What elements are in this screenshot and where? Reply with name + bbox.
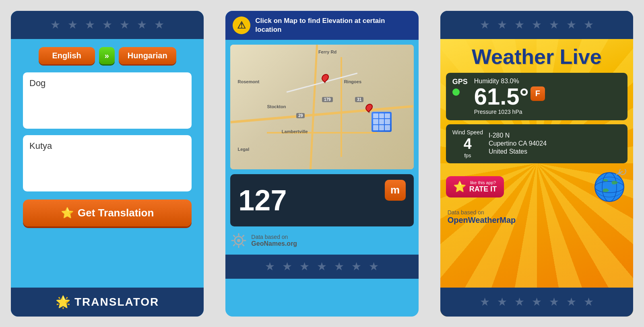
- star-icon: ★: [85, 18, 95, 31]
- header-stars: ★ ★ ★ ★ ★ ★ ★: [11, 18, 204, 31]
- wind-label: Wind Speed: [452, 129, 483, 136]
- map-grid-icon: [372, 112, 392, 132]
- source-text-area[interactable]: Dog: [23, 72, 192, 129]
- star-icon: ★: [334, 260, 344, 273]
- star-icon: ★: [265, 260, 275, 273]
- footer-star-icon: 🌟: [56, 295, 70, 309]
- temperature-display: 61.5° F: [474, 85, 621, 108]
- star-icon: ★: [154, 18, 164, 31]
- map-background[interactable]: Rosemont Stockton Ringoes Lambertville L…: [230, 45, 413, 169]
- star-icon: ★: [120, 18, 130, 31]
- star-icon: ★: [68, 18, 78, 31]
- location-section: I-280 N Cupertino CA 94024 United States: [489, 132, 547, 155]
- weather-app-title: Weather Live: [472, 45, 602, 69]
- location-country: United States: [489, 148, 547, 155]
- star-icon: ★: [497, 18, 507, 31]
- star-icon: ★: [480, 295, 490, 308]
- map-pin-2: [366, 104, 372, 113]
- map-container[interactable]: Rosemont Stockton Ringoes Lambertville L…: [230, 45, 413, 169]
- grid-cell: [379, 125, 384, 130]
- star-icon: ⭐: [61, 207, 74, 219]
- elevation-header-text: Click on Map to find Elevation at certai…: [255, 16, 411, 34]
- get-translation-label: Get Translation: [78, 207, 154, 219]
- gps-label: GPS: [452, 78, 468, 86]
- star-icon: ★: [532, 18, 542, 31]
- rate-line2: RATE IT: [469, 185, 497, 193]
- rate-text: like this app? RATE IT: [469, 180, 497, 193]
- star-icon: ★: [532, 295, 542, 308]
- weather-header: ★ ★ ★ ★ ★ ★ ★: [440, 11, 633, 39]
- meter-badge: m: [385, 180, 406, 201]
- wind-location-card: Wind Speed 4 fps I-280 N Cupertino CA 94…: [446, 124, 627, 163]
- translator-footer: 🌟 TRANSLATOR: [11, 288, 204, 317]
- weather-body: Weather Live GPS Humidity 83.0% 61.5° F …: [440, 39, 633, 288]
- weather-card-top: GPS Humidity 83.0% 61.5° F Pressure 1023…: [452, 78, 621, 115]
- map-sign-179: 179: [322, 97, 333, 102]
- translated-text-value: Kutya: [29, 141, 52, 151]
- star-icon: ★: [584, 18, 594, 31]
- location-city: Cupertino CA 94024: [489, 140, 547, 147]
- weather-panel: ★ ★ ★ ★ ★ ★ ★ Weather Live GPS Humidity …: [440, 11, 633, 317]
- star-icon: ★: [369, 260, 379, 273]
- elevation-display: 127 m: [230, 174, 413, 226]
- weather-footer: ★ ★ ★ ★ ★ ★ ★: [440, 288, 633, 317]
- grid-cell: [385, 125, 390, 130]
- star-icon: ★: [351, 260, 361, 273]
- star-icon: ★: [566, 295, 576, 308]
- elevation-value: 127: [238, 184, 287, 217]
- star-icon: ★: [282, 260, 292, 273]
- translated-text-area: Kutya: [23, 135, 192, 191]
- grid-cell: [373, 113, 378, 119]
- map-label-rosemont: Rosemont: [238, 79, 260, 84]
- header-stars: ★ ★ ★ ★ ★ ★ ★: [440, 18, 633, 31]
- star-icon: ★: [549, 295, 559, 308]
- grid-cell: [385, 113, 390, 119]
- target-language-button[interactable]: Hungarian: [119, 47, 176, 64]
- translator-panel: ★ ★ ★ ★ ★ ★ ★ English » Hungarian Dog Ku…: [11, 11, 204, 317]
- data-source-label: GeoNames.org: [251, 240, 297, 247]
- warning-icon: ⚠: [233, 16, 250, 34]
- rate-star-icon: ⭐: [453, 181, 466, 193]
- star-icon: ★: [584, 295, 594, 308]
- rate-row: ⭐ like this app? RATE IT: [446, 169, 627, 205]
- fahrenheit-badge: F: [530, 86, 545, 101]
- translator-header: ★ ★ ★ ★ ★ ★ ★: [11, 11, 204, 39]
- star-icon: ★: [299, 260, 310, 273]
- get-translation-button[interactable]: ⭐ Get Translation: [23, 199, 192, 226]
- source-language-button[interactable]: English: [39, 47, 95, 64]
- rate-button[interactable]: ⭐ like this app? RATE IT: [446, 176, 504, 197]
- data-based-label: Data based on: [448, 209, 626, 216]
- openweathermap-label: OpenWeatherMap: [448, 216, 626, 225]
- map-road: [310, 45, 318, 169]
- map-sign-29: 29: [296, 113, 305, 118]
- temperature-value: 61.5°: [474, 85, 529, 108]
- gear-icon: [230, 232, 247, 249]
- humidity-section: Humidity 83.0% 61.5° F Pressure 1023 hPa: [468, 78, 621, 115]
- star-icon: ★: [566, 18, 576, 31]
- star-icon: ★: [480, 18, 490, 31]
- star-icon: ★: [514, 18, 524, 31]
- swap-language-button[interactable]: »: [99, 47, 115, 64]
- grid-cell: [373, 119, 378, 124]
- map-label-lambertville: Lambertville: [282, 129, 308, 134]
- data-based-label: Data based on: [251, 234, 297, 240]
- map-label-stockton: Stockton: [267, 104, 286, 109]
- wind-unit: fps: [464, 152, 471, 158]
- grid-cell: [373, 125, 378, 130]
- map-label-ferry-rd: Ferry Rd: [318, 49, 336, 54]
- star-icon: ★: [514, 295, 524, 308]
- location-road: I-280 N: [489, 132, 547, 139]
- map-label-legal: Legal: [238, 147, 250, 152]
- map-label-ringoes: Ringoes: [344, 79, 361, 84]
- map-road: [341, 57, 342, 157]
- elevation-header: ⚠ Click on Map to find Elevation at cert…: [225, 11, 418, 40]
- wind-value: 4: [464, 136, 472, 152]
- map-pin-1: [322, 74, 328, 83]
- grid-cell: [379, 113, 384, 119]
- language-row: English » Hungarian: [23, 47, 192, 64]
- wind-section: Wind Speed 4 fps: [452, 129, 483, 158]
- elevation-panel: ⚠ Click on Map to find Elevation at cert…: [225, 11, 418, 317]
- pressure-value: Pressure 1023 hPa: [474, 109, 522, 115]
- svg-point-1: [237, 239, 240, 242]
- star-icon: ★: [497, 295, 507, 308]
